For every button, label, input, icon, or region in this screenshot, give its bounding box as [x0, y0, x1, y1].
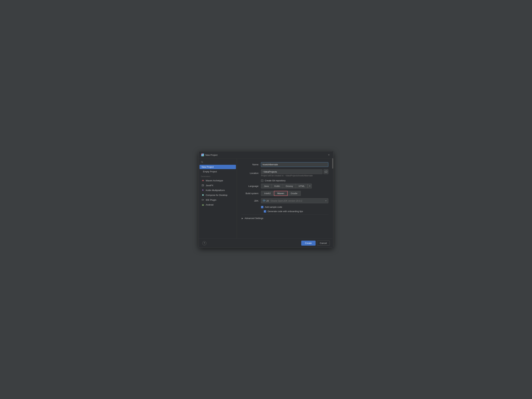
add-sample-checkbox[interactable] [261, 206, 263, 208]
git-checkbox-label: Create Git repository [265, 179, 285, 182]
generators-section-label: Generators [199, 174, 237, 178]
location-row: Location: Project will be created in: ~\… [242, 169, 328, 177]
name-label: Name: [242, 163, 259, 166]
build-system-row: Build system: IntelliJ Maven Gradle [242, 191, 328, 196]
name-row: Name: [242, 162, 328, 167]
add-sample-label: Add sample code [265, 206, 282, 208]
cancel-button[interactable]: Cancel [317, 241, 330, 246]
jdk-version: 20 [266, 200, 269, 202]
sidebar-item-label: JavaFX [206, 184, 213, 187]
generate-onboarding-label: Generate code with onboarding tips [267, 210, 303, 213]
app-icon [201, 153, 204, 156]
sidebar-item-label: Maven Archetype [206, 179, 223, 182]
svg-rect-5 [202, 199, 203, 200]
language-kotlin-button[interactable]: Kotlin [272, 184, 283, 189]
folder-icon [325, 171, 327, 173]
sidebar-item-label: IDE Plugin [206, 199, 216, 201]
name-input[interactable] [261, 162, 328, 167]
language-groovy-button[interactable]: Groovy [283, 184, 296, 189]
build-intellij-button[interactable]: IntelliJ [261, 191, 274, 196]
jdk-selector-wrap: 20 Oracle OpenJDK version 20.0.2 ▾ [261, 198, 328, 203]
svg-point-4 [203, 195, 203, 196]
sidebar-item-ide-plugin[interactable]: IDE Plugin [200, 198, 236, 202]
compose-icon [202, 194, 204, 196]
git-checkbox[interactable] [261, 179, 263, 182]
svg-line-1 [203, 162, 203, 163]
location-label: Location: [242, 172, 259, 174]
name-field-wrap [261, 162, 328, 167]
new-project-dialog: New Project × New Project Empty Project … [199, 151, 333, 248]
build-gradle-button[interactable]: Gradle [288, 191, 301, 196]
folder-browse-button[interactable] [323, 169, 328, 174]
jdk-row: JDK: 20 Oracle OpenJDK version 20.0.2 [242, 198, 328, 203]
sidebar-item-label: Android [206, 203, 214, 206]
location-field-wrap: Project will be created in: ~\IdeaProjec… [261, 169, 328, 177]
scrollbar-track [332, 151, 333, 248]
svg-rect-8 [263, 200, 265, 201]
language-java-button[interactable]: Java [261, 184, 272, 189]
build-button-group: IntelliJ Maven Gradle [261, 191, 328, 196]
sidebar-item-label: Compose for Desktop [206, 194, 228, 196]
language-label: Language: [242, 185, 259, 187]
create-button[interactable]: Create [301, 241, 316, 246]
help-button[interactable]: ? [202, 241, 206, 245]
location-input-wrap [261, 169, 328, 174]
sidebar-item-new-project[interactable]: New Project [200, 165, 236, 169]
sidebar-item-compose-desktop[interactable]: Compose for Desktop [200, 193, 236, 197]
main-content: Name: Location: [237, 159, 333, 238]
language-button-group: Java Kotlin Groovy HTML + [261, 184, 328, 189]
jdk-label: JDK: [242, 200, 259, 202]
dialog-body: New Project Empty Project Generators m M… [199, 159, 333, 238]
sidebar-item-kotlin-multiplatform[interactable]: K Kotlin Multiplatform [200, 188, 236, 192]
footer-actions: Create Cancel [301, 241, 330, 246]
dialog-title: New Project [205, 154, 326, 156]
android-icon [202, 203, 204, 206]
jdk-name: Oracle OpenJDK version 20.0.2 [271, 200, 324, 202]
language-buttons-wrap: Java Kotlin Groovy HTML + [261, 184, 328, 189]
language-add-button[interactable]: + [308, 184, 312, 189]
jdk-icon [263, 199, 265, 202]
sidebar-item-android[interactable]: Android [200, 203, 236, 207]
scrollbar-thumb[interactable] [332, 158, 333, 169]
maven-icon: m [202, 179, 204, 182]
sidebar-item-label: Kotlin Multiplatform [206, 189, 225, 191]
sidebar-item-empty-project[interactable]: Empty Project [200, 170, 236, 174]
sidebar-item-javafx[interactable]: JavaFX [200, 183, 236, 188]
language-row: Language: Java Kotlin Groovy HTML + [242, 184, 328, 189]
advanced-settings-label: Advanced Settings [245, 217, 263, 220]
advanced-chevron-icon: ▶ [242, 217, 243, 220]
git-checkbox-row: Create Git repository [242, 179, 328, 182]
search-bar [199, 160, 237, 165]
javafx-icon [202, 184, 204, 187]
sidebar: New Project Empty Project Generators m M… [199, 159, 237, 238]
build-system-label: Build system: [242, 192, 259, 195]
location-input[interactable] [261, 170, 323, 174]
language-html-button[interactable]: HTML [296, 184, 308, 189]
dialog-footer: ? Create Cancel [199, 238, 333, 248]
svg-point-6 [203, 204, 203, 205]
close-button[interactable]: × [327, 153, 331, 157]
jdk-dropdown[interactable]: 20 Oracle OpenJDK version 20.0.2 ▾ [261, 198, 328, 203]
generate-onboarding-checkbox[interactable] [264, 210, 266, 213]
generate-onboarding-row: Generate code with onboarding tips [242, 210, 328, 213]
ide-plugin-icon [202, 198, 204, 201]
build-maven-button[interactable]: Maven [274, 191, 288, 196]
search-input-wrap [201, 161, 234, 163]
sidebar-item-maven-archetype[interactable]: m Maven Archetype [200, 178, 236, 183]
svg-point-0 [201, 161, 203, 163]
build-system-buttons-wrap: IntelliJ Maven Gradle [261, 191, 328, 196]
dialog-titlebar: New Project × [199, 151, 333, 159]
kotlin-icon: K [202, 189, 204, 191]
jdk-dropdown-arrow: ▾ [325, 200, 326, 202]
sidebar-item-label: New Project [202, 166, 214, 168]
location-hint: Project will be created in: ~\IdeaProjec… [261, 174, 328, 177]
search-icon [201, 161, 203, 163]
sidebar-item-label: Empty Project [203, 170, 217, 173]
add-sample-row: Add sample code [242, 206, 328, 208]
advanced-settings-row[interactable]: ▶ Advanced Settings [242, 214, 328, 220]
svg-point-7 [203, 204, 203, 205]
